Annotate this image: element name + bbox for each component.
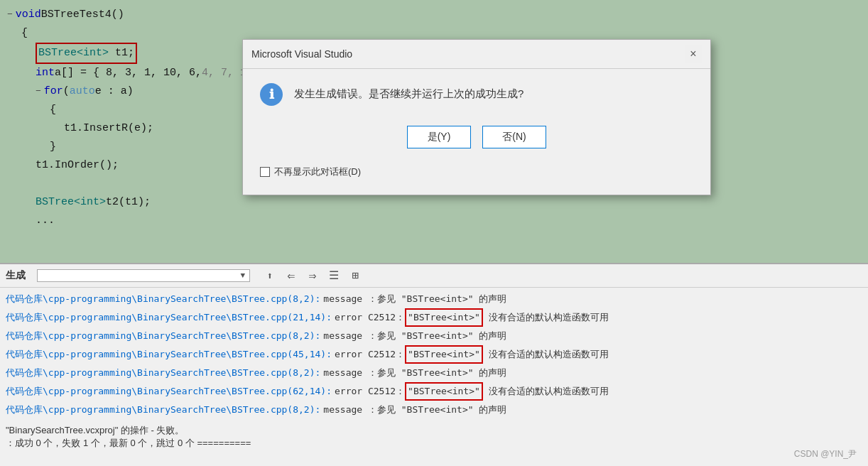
modal-message: 发生生成错误。是否继续并运行上次的成功生成? [294, 83, 523, 102]
modal-buttons: 是(Y) 否(N) [243, 120, 710, 163]
modal-overlay: Microsoft Visual Studio × ℹ 发生生成错误。是否继续并… [0, 0, 868, 263]
error-class-highlight-4: "BSTree<int>" [405, 345, 483, 364]
error-line-6: 代码仓库\cpp-programming\BinarySearchTree\BS… [0, 381, 868, 401]
error-line-4: 代码仓库\cpp-programming\BinarySearchTree\BS… [0, 345, 868, 364]
build-dropdown[interactable]: ▼ [37, 269, 250, 282]
error-msg-7: message ：参见 "BSTree<int>" 的声明 [323, 402, 506, 418]
error-prefix-6: 代码仓库\cpp-programming\BinarySearchTree\BS… [6, 384, 332, 399]
modal-info-icon: ℹ [260, 83, 283, 106]
build-footer-line-2: ：成功 0 个，失败 1 个，最新 0 个，跳过 0 个 ========== [6, 437, 862, 450]
toolbar-icon-list[interactable]: ☰ [325, 267, 342, 284]
no-button[interactable]: 否(N) [482, 126, 546, 148]
error-prefix-5: 代码仓库\cpp-programming\BinarySearchTree\BS… [6, 365, 320, 381]
error-line-3: 代码仓库\cpp-programming\BinarySearchTree\BS… [0, 327, 868, 345]
error-line-5: 代码仓库\cpp-programming\BinarySearchTree\BS… [0, 364, 868, 381]
error-msg-5: message ：参见 "BSTree<int>" 的声明 [323, 365, 506, 381]
dont-show-checkbox[interactable] [260, 167, 270, 177]
error-prefix-3: 代码仓库\cpp-programming\BinarySearchTree\BS… [6, 328, 320, 344]
error-prefix-1: 代码仓库\cpp-programming\BinarySearchTree\BS… [6, 291, 320, 307]
build-footer: "BinarySearchTree.vcxproj" 的操作 - 失败。 ：成功… [0, 421, 868, 453]
modal-dialog: Microsoft Visual Studio × ℹ 发生生成错误。是否继续并… [242, 39, 711, 195]
build-footer-line-1: "BinarySearchTree.vcxproj" 的操作 - 失败。 [6, 424, 862, 437]
error-list: 代码仓库\cpp-programming\BinarySearchTree\BS… [0, 288, 868, 421]
toolbar-icon-up[interactable]: ⬆ [261, 267, 278, 284]
modal-body: ℹ 发生生成错误。是否继续并运行上次的成功生成? [243, 69, 710, 120]
modal-titlebar: Microsoft Visual Studio × [243, 40, 710, 69]
toolbar-icons: ⬆ ⇐ ⇒ ☰ ⊞ [261, 267, 364, 284]
error-class-highlight-2: "BSTree<int>" [405, 308, 483, 327]
bottom-panel-title: 生成 [6, 269, 26, 282]
modal-footer: 不再显示此对话框(D) [243, 163, 710, 190]
checkbox-label: 不再显示此对话框(D) [274, 166, 361, 178]
error-msg-3: message ：参见 "BSTree<int>" 的声明 [323, 328, 506, 344]
error-suffix-4: 没有合适的默认构造函数可用 [489, 347, 609, 362]
error-prefix-7: 代码仓库\cpp-programming\BinarySearchTree\BS… [6, 402, 320, 418]
error-line-2: 代码仓库\cpp-programming\BinarySearchTree\BS… [0, 308, 868, 327]
bottom-panel: 生成 ▼ ⬆ ⇐ ⇒ ☰ ⊞ 代码仓库\cpp-programming\Bina… [0, 263, 868, 466]
checkbox-area: 不再显示此对话框(D) [260, 166, 361, 178]
error-prefix-2: 代码仓库\cpp-programming\BinarySearchTree\BS… [6, 310, 332, 325]
error-prefix-4: 代码仓库\cpp-programming\BinarySearchTree\BS… [6, 347, 332, 362]
modal-title: Microsoft Visual Studio [251, 48, 352, 60]
toolbar-icon-right[interactable]: ⇒ [304, 267, 321, 284]
csdn-watermark: CSDN @YIN_尹 [794, 448, 857, 460]
error-suffix-6: 没有合适的默认构造函数可用 [489, 384, 609, 399]
bottom-toolbar: 生成 ▼ ⬆ ⇐ ⇒ ☰ ⊞ [0, 264, 868, 288]
toolbar-icon-left[interactable]: ⇐ [283, 267, 300, 284]
error-class-highlight-6: "BSTree<int>" [405, 382, 483, 401]
error-label-4: error C2512： [335, 347, 405, 362]
error-suffix-2: 没有合适的默认构造函数可用 [489, 310, 609, 325]
error-msg-1: message ：参见 "BSTree<int>" 的声明 [323, 291, 506, 307]
toolbar-icon-grid[interactable]: ⊞ [347, 267, 364, 284]
yes-button[interactable]: 是(Y) [407, 126, 471, 148]
error-label-2: error C2512： [335, 310, 405, 325]
error-line-7: 代码仓库\cpp-programming\BinarySearchTree\BS… [0, 401, 868, 418]
modal-close-button[interactable]: × [685, 45, 702, 63]
dropdown-arrow: ▼ [240, 271, 245, 280]
error-line-1: 代码仓库\cpp-programming\BinarySearchTree\BS… [0, 291, 868, 308]
error-label-6: error C2512： [335, 384, 405, 399]
